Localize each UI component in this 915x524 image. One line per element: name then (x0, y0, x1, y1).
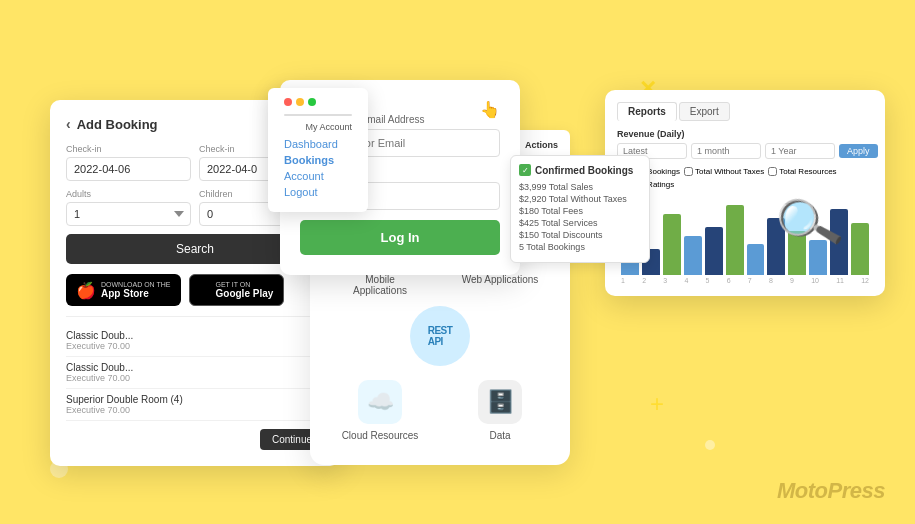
mobile-label: MobileApplications (353, 274, 407, 296)
web-label: Web Applications (462, 274, 539, 285)
x-label-4: 4 (684, 277, 688, 284)
cloud-label: Cloud Resources (342, 430, 419, 441)
data-icon: 🗄️ (487, 389, 514, 415)
adults-group: Adults 123 (66, 189, 191, 226)
x-label-9: 9 (790, 277, 794, 284)
rc-total-bookings: 5 Total Bookings (519, 242, 641, 252)
x-label-6: 6 (727, 277, 731, 284)
x-label-8: 8 (769, 277, 773, 284)
room-item-1[interactable]: Classic Doub... Executive 70.00 › (66, 325, 324, 357)
checkbox-resources[interactable] (768, 167, 777, 176)
menu-item-account[interactable]: Account (284, 170, 352, 182)
googleplay-icon: ▶ (200, 282, 211, 298)
apple-icon: 🍎 (76, 281, 96, 300)
chart-bar-6 (726, 205, 744, 275)
googleplay-text: GET IT ON Google Play (216, 281, 274, 299)
googleplay-line1: GET IT ON (216, 281, 274, 288)
api-grid-bottom: ☁️ Cloud Resources 🗄️ Data (330, 380, 550, 441)
adults-label: Adults (66, 189, 191, 199)
maximize-dot[interactable] (308, 98, 316, 106)
room-name-2: Classic Doub... (66, 362, 133, 373)
room-name-3: Superior Double Room (4) (66, 394, 183, 405)
back-arrow-icon[interactable]: ‹ (66, 116, 71, 132)
checkin-input[interactable] (66, 157, 191, 181)
revenue-label: Revenue (Daily) (617, 129, 873, 139)
api-item-cloud: ☁️ Cloud Resources (330, 380, 430, 441)
x-axis-labels: 123456789101112 (617, 277, 873, 284)
room-exec-1: Executive 70.00 (66, 341, 133, 351)
appstore-line2: App Store (101, 288, 171, 299)
appstore-text: DOWNLOAD ON THE App Store (101, 281, 171, 299)
room-info-1: Classic Doub... Executive 70.00 (66, 330, 133, 351)
x-label-5: 5 (706, 277, 710, 284)
legend-item-without-taxes[interactable]: Total Without Taxes (684, 167, 764, 176)
api-center-row: RESTAPI (330, 306, 550, 370)
continue-row: Continue (66, 421, 324, 450)
revenue-card-header: Confirmed Bookings (519, 164, 641, 176)
room-name-1: Classic Doub... (66, 330, 133, 341)
chart-bar-4 (684, 236, 702, 275)
room-exec-3: Executive 70.00 (66, 405, 183, 415)
room-info-2: Classic Doub... Executive 70.00 (66, 362, 133, 383)
revenue-card: Confirmed Bookings $3,999 Total Sales $2… (510, 155, 650, 263)
googleplay-line2: Google Play (216, 288, 274, 299)
room-info-3: Superior Double Room (4) Executive 70.00 (66, 394, 183, 415)
login-button[interactable]: Log In (300, 220, 500, 255)
x-label-7: 7 (748, 277, 752, 284)
cloud-icon-container: ☁️ (358, 380, 402, 424)
checkbox-without-taxes[interactable] (684, 167, 693, 176)
data-label: Data (489, 430, 510, 441)
x-label-10: 10 (811, 277, 819, 284)
chart-bar-12 (851, 223, 869, 276)
dropdown-menu: My Account Dashboard Bookings Account Lo… (268, 88, 368, 212)
deco-plus-2: + (650, 390, 664, 418)
chart-tabs: Reports Export (617, 102, 873, 121)
confirmed-label: Confirmed Bookings (535, 165, 633, 176)
adults-select[interactable]: 123 (66, 202, 191, 226)
menu-item-dashboard[interactable]: Dashboard (284, 138, 352, 150)
appstore-badge[interactable]: 🍎 DOWNLOAD ON THE App Store (66, 274, 181, 306)
chart-bar-3 (663, 214, 681, 275)
googleplay-badge[interactable]: ▶ GET IT ON Google Play (189, 274, 285, 306)
apply-button[interactable]: Apply (839, 144, 878, 158)
room-list: Classic Doub... Executive 70.00 › Classi… (66, 316, 324, 421)
menu-item-bookings[interactable]: Bookings (284, 154, 352, 166)
confirmed-checkbox[interactable] (519, 164, 531, 176)
rest-api-icon: RESTAPI (410, 306, 470, 366)
cursor-icon: 👆 (480, 100, 500, 119)
room-item-3[interactable]: Superior Double Room (4) Executive 70.00… (66, 389, 324, 421)
rc-total-services: $425 Total Services (519, 218, 641, 228)
x-label-3: 3 (663, 277, 667, 284)
x-label-12: 12 (861, 277, 869, 284)
room-exec-2: Executive 70.00 (66, 373, 133, 383)
minimize-dot[interactable] (296, 98, 304, 106)
close-dot[interactable] (284, 98, 292, 106)
store-badges: 🍎 DOWNLOAD ON THE App Store ▶ GET IT ON … (66, 274, 324, 306)
room-item-2[interactable]: Classic Doub... Executive 70.00 ☐ (66, 357, 324, 389)
menu-separator (284, 114, 352, 116)
rc-total-sales: $3,999 Total Sales (519, 182, 641, 192)
checkin-group: Check-in (66, 144, 191, 181)
tab-reports[interactable]: Reports (617, 102, 677, 121)
appstore-line1: DOWNLOAD ON THE (101, 281, 171, 288)
rc-total-discounts: $150 Total Discounts (519, 230, 641, 240)
x-label-2: 2 (642, 277, 646, 284)
chart-filters: Apply (617, 143, 873, 159)
tab-export[interactable]: Export (679, 102, 730, 121)
window-controls (284, 98, 352, 106)
chart-bar-7 (747, 244, 765, 275)
filter-year[interactable] (765, 143, 835, 159)
legend-item-resources[interactable]: Total Resources (768, 167, 836, 176)
chart-legend: Total Bookings Total Without Taxes Total… (617, 167, 873, 189)
deco-dot-2 (705, 440, 715, 450)
my-account-label: My Account (284, 122, 352, 132)
checkin-label: Check-in (66, 144, 191, 154)
data-icon-container: 🗄️ (478, 380, 522, 424)
cloud-icon: ☁️ (367, 389, 394, 415)
rc-without-taxes: $2,920 Total Without Taxes (519, 194, 641, 204)
menu-item-logout[interactable]: Logout (284, 186, 352, 198)
x-label-1: 1 (621, 277, 625, 284)
filter-month[interactable] (691, 143, 761, 159)
api-item-data: 🗄️ Data (450, 380, 550, 441)
chart-bar-5 (705, 227, 723, 275)
